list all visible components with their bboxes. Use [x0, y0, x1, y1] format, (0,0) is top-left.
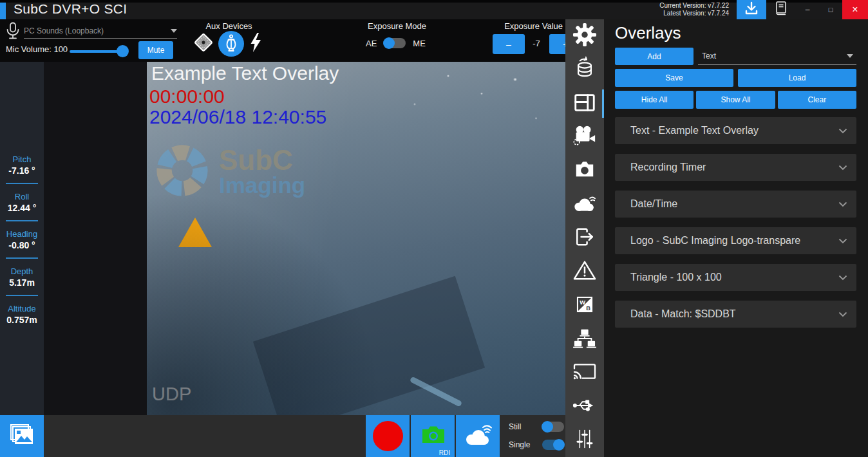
mic-volume-slider[interactable] [70, 50, 126, 53]
logo-text-imaging: Imaging [219, 174, 305, 197]
book-icon [775, 1, 788, 19]
cloud-upload-button[interactable] [456, 415, 500, 457]
rail-overlays[interactable] [565, 87, 604, 120]
overlay-type-select[interactable]: Text [698, 48, 856, 65]
chevron-down-icon[interactable] [838, 308, 847, 320]
show-all-button[interactable]: Show All [696, 91, 775, 109]
add-overlay-button[interactable]: Add [615, 48, 693, 65]
video-feed: Example Text Overlay 00:00:00 2024/06/18… [147, 62, 565, 415]
divider [6, 257, 38, 259]
overlay-type-value: Text [702, 51, 716, 61]
rail-network[interactable] [565, 322, 604, 356]
rail-warnings[interactable] [565, 255, 604, 288]
still-mode-toggle[interactable] [542, 422, 564, 432]
gallery-icon [8, 423, 35, 450]
save-overlays-button[interactable]: Save [615, 69, 733, 87]
video-letterbox [44, 62, 147, 415]
mute-button[interactable]: Mute [138, 41, 173, 59]
rail-storage[interactable] [565, 53, 604, 86]
chevron-down-icon[interactable] [838, 272, 847, 283]
aux-devices-icons [193, 31, 263, 57]
rail-cloud[interactable] [565, 188, 604, 221]
video-camera-icon [572, 124, 598, 151]
rail-export[interactable] [565, 221, 604, 255]
cloud-upload-icon [462, 422, 493, 451]
exposure-value: -7 [527, 39, 546, 48]
current-version: Current Version: v7.7.22 [659, 2, 729, 10]
load-overlays-button[interactable]: Load [738, 69, 856, 87]
cloud-icon [571, 192, 598, 217]
exposure-increase-button[interactable]: + [549, 34, 565, 54]
manual-button[interactable] [766, 0, 796, 19]
chevron-down-icon[interactable] [838, 235, 847, 247]
warning-triangle-icon [572, 259, 597, 284]
overlay-item-recording-timer[interactable]: Recording Timer [615, 154, 856, 181]
aux-devices-label: Aux Devices [192, 21, 266, 31]
side-icon-rail: WB [565, 19, 604, 457]
telemetry-heading: Heading -0.80 ° [0, 229, 44, 251]
telemetry-roll: Roll 12.44 ° [0, 192, 44, 214]
exposure-decrease-button[interactable]: – [493, 34, 525, 54]
record-button[interactable] [366, 415, 410, 457]
rail-camera-settings[interactable] [565, 154, 604, 187]
overlay-datetime: 2024/06/18 12:40:55 [149, 106, 326, 128]
chevron-down-icon[interactable] [838, 125, 847, 136]
strobe-device-icon[interactable] [249, 32, 263, 55]
single-mode-toggle[interactable] [542, 440, 564, 450]
mic-volume-slider-knob[interactable] [117, 45, 129, 57]
latest-version: Latest Version: v7.7.24 [663, 10, 729, 17]
lamp-device-button-active[interactable] [218, 31, 244, 57]
exposure-mode-toggle-knob[interactable] [383, 37, 395, 49]
title-accent-bar [0, 3, 6, 19]
rail-white-balance[interactable]: WB [565, 289, 604, 322]
minimize-button[interactable]: – [796, 0, 819, 19]
overlay-item-text[interactable]: Text - Example Text Overlay [615, 117, 856, 144]
maximize-button[interactable]: □ [819, 0, 842, 19]
storage-disks-icon [573, 56, 596, 83]
usb-icon [571, 395, 598, 418]
green-camera-icon [418, 422, 448, 451]
panel-title: Overlays [615, 23, 856, 42]
divider [6, 295, 38, 296]
chevron-down-icon[interactable] [838, 162, 847, 173]
rail-adjustments[interactable] [565, 424, 604, 457]
media-gallery-button[interactable] [0, 415, 44, 457]
hide-all-button[interactable]: Hide All [615, 91, 693, 109]
aperture-logo-icon [153, 142, 211, 202]
logo-text-subc: SubC [219, 147, 305, 174]
overlay-item-logo[interactable]: Logo - SubC Imaging Logo-transpare [615, 227, 856, 254]
sliders-icon [574, 427, 596, 453]
exposure-mode-toggle[interactable] [384, 38, 406, 48]
overlay-item-data-match[interactable]: Data - Match: $SDDBT [615, 301, 856, 328]
top-toolbar: PC Sounds (Loopback) Mic Volume: 100 Mut… [0, 19, 565, 62]
audio-device-select[interactable]: PC Sounds (Loopback) [24, 23, 177, 39]
telemetry-depth: Depth 5.17m [0, 266, 44, 288]
single-label: Single [509, 440, 536, 449]
rail-settings[interactable] [565, 19, 604, 53]
overlays-panel: Overlays Add Text Save Load Hide All Sho… [604, 19, 868, 457]
laser-device-icon[interactable] [193, 32, 214, 55]
capture-buttons: RDI [366, 415, 500, 457]
exposure-mode-label: Exposure Mode [368, 21, 426, 31]
chevron-down-icon[interactable] [838, 198, 847, 210]
exposure-me-label: ME [413, 39, 426, 48]
telemetry-pitch: Pitch -7.16 ° [0, 154, 44, 176]
microphone-icon [6, 22, 20, 42]
rail-usb[interactable] [565, 389, 604, 423]
white-balance-icon: WB [574, 294, 596, 318]
clear-button[interactable]: Clear [778, 91, 856, 109]
rail-video-settings[interactable] [565, 120, 604, 154]
overlay-recording-timer: 00:00:00 [149, 86, 225, 107]
rail-screen-cast[interactable] [565, 356, 604, 389]
overlay-item-triangle[interactable]: Triangle - 100 x 100 [615, 264, 856, 291]
svg-text:W: W [580, 299, 585, 306]
still-capture-button[interactable]: RDI [411, 415, 455, 457]
overlay-item-datetime[interactable]: Date/Time [615, 191, 856, 218]
exposure-ae-label: AE [366, 39, 377, 48]
close-button[interactable]: × [842, 0, 868, 19]
window-controls: Current Version: v7.7.22 Latest Version:… [659, 0, 868, 19]
update-download-button[interactable] [737, 0, 766, 19]
underwater-pipe [410, 377, 462, 407]
overlay-udp-label: UDP [152, 384, 191, 405]
divider [6, 183, 38, 184]
